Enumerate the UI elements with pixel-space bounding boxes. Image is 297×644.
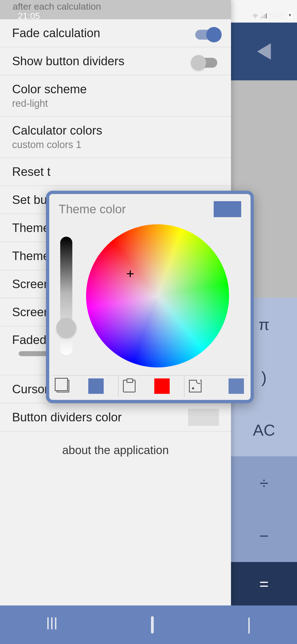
preset-color-blue-2[interactable] [206, 375, 248, 397]
brightness-slider[interactable] [60, 237, 72, 355]
back-icon [248, 618, 250, 634]
selected-color-swatch [214, 201, 241, 217]
dialog-title: Theme color [59, 202, 126, 216]
nav-home-button[interactable] [151, 617, 154, 632]
navigation-bar [0, 605, 297, 644]
red-swatch-icon [154, 378, 170, 394]
color-wheel[interactable]: + [86, 224, 229, 367]
color-picker-dialog: Theme color + [46, 191, 254, 403]
nav-recents-button[interactable] [47, 617, 56, 632]
blue-swatch-icon [88, 378, 104, 394]
nav-back-button[interactable] [248, 617, 250, 632]
copy-icon [57, 380, 69, 392]
save-icon [189, 380, 202, 392]
paste-color-button[interactable] [118, 375, 140, 397]
home-icon [151, 616, 154, 634]
blue2-swatch-icon [229, 378, 244, 394]
save-color-button[interactable] [184, 375, 206, 397]
color-cursor-icon[interactable]: + [126, 266, 134, 282]
copy-color-button[interactable] [52, 375, 74, 397]
preset-color-blue[interactable] [74, 375, 118, 397]
color-tool-row [52, 375, 248, 397]
clipboard-icon [123, 380, 136, 392]
preset-color-red[interactable] [140, 375, 184, 397]
recents-icon [47, 617, 56, 629]
brightness-knob[interactable] [56, 318, 76, 338]
